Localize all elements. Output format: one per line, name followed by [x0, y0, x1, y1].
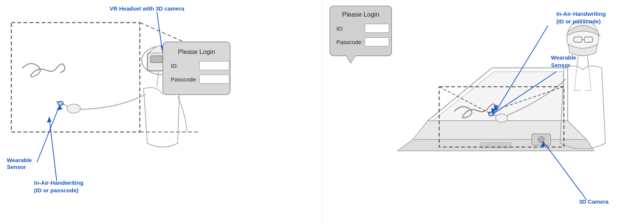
svg-marker-18 [47, 117, 51, 123]
left-wearable-label2: Sensor [7, 164, 26, 170]
right-id-input[interactable] [365, 24, 389, 33]
left-inair-label: In-Air-Handwriting [34, 180, 84, 186]
right-id-row: ID: [336, 24, 385, 33]
right-id-label: ID: [336, 25, 365, 32]
right-login-bubble: Please Login ID: Passcode: [330, 6, 392, 56]
left-passcode-label: Passcode: [171, 76, 199, 83]
svg-rect-7 [150, 56, 163, 63]
svg-point-11 [67, 104, 80, 113]
right-panel: Please Login ID: Passcode: [322, 0, 644, 224]
svg-point-23 [540, 138, 543, 141]
left-vr-label: VR Headset with 3D camera [110, 5, 184, 12]
svg-line-9 [157, 71, 159, 87]
left-id-input[interactable] [199, 61, 229, 70]
right-inair-label: In-Air-Handwriting [556, 11, 606, 17]
right-wearable-label2: Sensor [551, 62, 570, 68]
left-login-dialog: Please Login ID: Passcode: [163, 41, 231, 95]
right-camera-label: 3D Camera [579, 198, 609, 205]
right-inair-label2: (ID or passcode) [556, 18, 601, 25]
left-passcode-row: Passcode: [171, 75, 222, 84]
left-panel: Please Login ID: Passcode: [0, 0, 322, 224]
left-id-row: ID: [171, 61, 222, 70]
left-wearable-label: Wearable [7, 157, 32, 163]
right-login-title: Please Login [336, 11, 385, 18]
svg-line-15 [37, 105, 60, 162]
left-login-title: Please Login [171, 48, 222, 56]
left-diagram: VR Headset with 3D camera Wearable Senso… [0, 0, 322, 224]
left-inair-label2: (ID or passcode) [34, 187, 79, 193]
svg-line-17 [49, 117, 57, 181]
svg-marker-16 [57, 105, 62, 110]
svg-rect-0 [11, 23, 140, 132]
right-passcode-label: Passcode: [336, 39, 365, 45]
left-passcode-input[interactable] [199, 75, 229, 84]
right-passcode-input[interactable] [365, 37, 389, 46]
right-wearable-label: Wearable [551, 54, 576, 61]
svg-point-30 [495, 114, 508, 122]
left-id-label: ID: [171, 63, 199, 69]
right-passcode-row: Passcode: [336, 37, 385, 46]
main-container: Please Login ID: Passcode: [0, 0, 644, 224]
